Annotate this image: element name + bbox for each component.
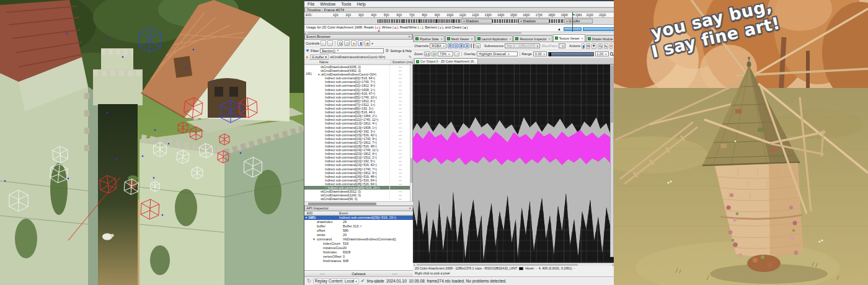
menu-item[interactable]: Tools	[341, 2, 351, 6]
window-icon	[555, 37, 558, 40]
range-max-input[interactable]: 1.00	[595, 51, 609, 56]
bookmark-icon[interactable]: ●	[351, 40, 356, 46]
gamma-button[interactable]: γ	[476, 43, 480, 48]
event-list-header: Name Duration (ms)	[304, 60, 413, 65]
replay-refresh-icon[interactable]: ↻	[307, 278, 311, 284]
dock-tab[interactable]: Shader Module 1347 ×	[586, 35, 614, 42]
timeline-marker[interactable]: + Shadows	[461, 19, 492, 24]
screenshot-root: FileWindowToolsHelp Timeline - Frame #27…	[0, 0, 868, 285]
hover-label: Hover: -	[525, 266, 536, 270]
background-color-icon[interactable]	[473, 43, 474, 48]
channel-toggle-button[interactable]: G	[453, 43, 458, 48]
timer-icon[interactable]: ◷	[344, 40, 350, 46]
save-icon[interactable]: ▼	[591, 43, 596, 49]
close-icon[interactable]: ×	[471, 37, 473, 41]
zoom-select[interactable]: 73%	[438, 51, 453, 56]
close-icon[interactable]: ×	[408, 35, 410, 39]
api-property-row[interactable]: indexCount 516	[304, 242, 413, 246]
api-property-row[interactable]: offset 580	[304, 229, 413, 233]
timeline-marker[interactable]: + G-buffer	[564, 19, 593, 24]
close-icon[interactable]: ×	[510, 37, 512, 41]
overlay-select[interactable]: Highlight Drawcall	[477, 51, 517, 56]
callstack-bar[interactable]: ••• Callstack •••	[304, 270, 413, 276]
slice-face-label: Slice/Face	[541, 44, 557, 48]
castle-scene-image	[0, 0, 304, 285]
close-icon[interactable]: ×	[582, 37, 583, 40]
close-icon[interactable]: ×	[441, 37, 443, 41]
api-property-row[interactable]: drawIndex 29	[304, 220, 413, 224]
api-property-row[interactable]: buffer Buffer 313↗	[304, 224, 413, 229]
column-name[interactable]: Name	[304, 60, 391, 64]
api-property-row[interactable]: stride 20	[304, 233, 413, 237]
range-min-input[interactable]: 0.00	[533, 51, 547, 56]
channel-toggle-button[interactable]: A	[464, 43, 469, 48]
prev-bookmark-icon[interactable]: ←	[321, 40, 326, 46]
flip-icon[interactable]: ▮	[582, 43, 585, 49]
mip-select[interactable]: Mip 0 - 1280x1376	[505, 43, 540, 48]
column-duration[interactable]: Duration (ms)	[391, 60, 413, 64]
api-property-row[interactable]: instanceCount 20	[304, 246, 413, 250]
gear-icon[interactable]: ⚙	[385, 48, 389, 53]
timeline-tick: 1500	[507, 12, 520, 17]
texture-icon	[416, 60, 419, 63]
api-property-row[interactable]: vertexOffset 0	[304, 255, 413, 259]
timeline-marker[interactable]: + Shadows	[518, 19, 549, 24]
fire-icon[interactable]: ●	[609, 43, 613, 49]
current-output-tab[interactable]: Cur Output 0 - 2D Color Attachment 16...	[414, 58, 478, 64]
channel-toggle-button[interactable]: B	[459, 43, 464, 48]
timeline-activity-bar[interactable]: + Shadows+ Shadows+ G-buffer	[304, 18, 614, 25]
replay-context-select[interactable]: Replay Context: Local ▾	[313, 278, 359, 284]
fit-button[interactable]: ⊞	[432, 51, 436, 56]
export-icon[interactable]: ▮	[358, 40, 363, 46]
texture-toolbar-row1: Channels RGBA RGBA γ Subresource Mip 0 -…	[413, 42, 614, 50]
dock-tab[interactable]: Pipeline State ×	[414, 35, 445, 42]
filter-input[interactable]: $action()	[320, 48, 384, 53]
timeline-tick: 1400	[495, 12, 508, 17]
event-list-vscrollbar[interactable]	[410, 65, 412, 201]
close-icon[interactable]: ×	[549, 37, 551, 41]
copy-icon[interactable]: ⧉	[586, 43, 590, 49]
api-selected-event-row[interactable]: ▾ 1981 Indirect sub-command[29](<516, 20…	[304, 216, 413, 220]
color-wheel-icon[interactable]	[471, 43, 472, 48]
timeline-tick: 1000	[444, 12, 457, 17]
breadcrumb-event[interactable]: vkCmdDrawIndexedIndirectCount(<30=)	[330, 55, 386, 59]
overlay-label: Overlay	[464, 52, 476, 56]
dock-tab[interactable]: Texture Viewer ×	[553, 34, 585, 42]
channel-toggle-button[interactable]: R	[448, 43, 453, 48]
channels-select[interactable]: RGBA	[430, 43, 446, 48]
menu-item[interactable]: Help	[357, 2, 366, 6]
settings-help-link[interactable]: Settings & Help	[391, 49, 412, 53]
timeline-tick: 600	[393, 12, 406, 17]
options-icon[interactable]: ◆	[365, 40, 370, 46]
dock-tab[interactable]: Mesh Viewer ×	[445, 35, 475, 42]
column-event: Event	[339, 211, 348, 215]
breadcrumb-group[interactable]: G-buffer ▾	[310, 55, 329, 59]
menu-item[interactable]: File	[308, 2, 314, 6]
timeline-ruler[interactable]: EID: 10020030040050060070080090010001100…	[304, 12, 614, 18]
api-property-row[interactable]: ▾command VkDrawIndexedIndirectCommand()	[304, 237, 413, 242]
menu-bar: FileWindowToolsHelp	[304, 1, 614, 7]
chevron-down-icon[interactable]: ▾	[371, 42, 373, 45]
menu-item[interactable]: Window	[320, 2, 335, 6]
range-autofit-icon[interactable]	[610, 52, 614, 56]
edit-shader-icon[interactable]: ✎	[604, 43, 608, 49]
find-event-icon[interactable]	[337, 40, 343, 46]
event-list-hscrollbar[interactable]	[304, 201, 413, 206]
dock-tab[interactable]: Resource Inspector ×	[513, 35, 552, 42]
api-property-row[interactable]: firstInstance 608	[304, 259, 413, 263]
timeline-tick: 1700	[533, 12, 546, 17]
slice-select[interactable]	[559, 43, 565, 48]
callstack-label: Callstack	[340, 272, 376, 276]
zoom-1to1-button[interactable]: 1:1	[424, 51, 430, 56]
api-property-row[interactable]: firstIndex 8328	[304, 250, 413, 255]
close-icon[interactable]: ×	[409, 206, 411, 211]
texture-display[interactable]	[413, 64, 614, 263]
event-row[interactable]: vkCmdDrawIndexed(90, 0) —	[304, 197, 410, 201]
range-slider[interactable]	[548, 52, 594, 56]
resource-link-icon: ↗	[359, 224, 361, 228]
next-bookmark-icon[interactable]: →	[327, 40, 333, 46]
dock-tab[interactable]: Launch Application ×	[476, 35, 513, 42]
edit-icon[interactable]: ✎	[409, 55, 412, 59]
flip-y-button[interactable]: ↕	[454, 51, 459, 56]
inspect-pixel-icon[interactable]	[598, 43, 603, 49]
